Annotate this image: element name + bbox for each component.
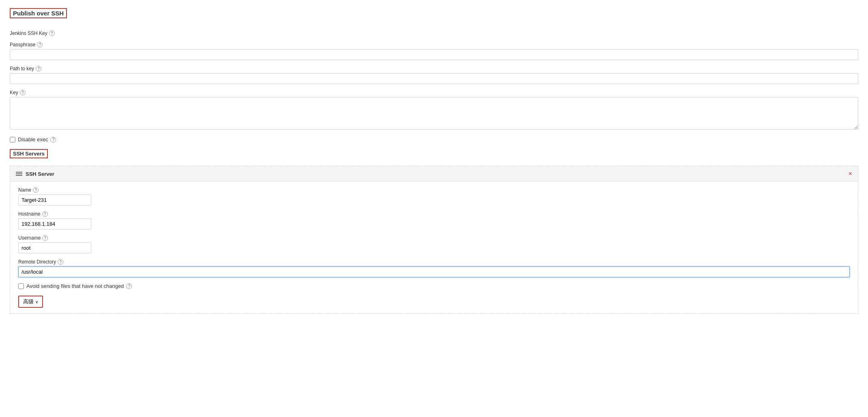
key-textarea[interactable] [10,97,858,130]
ssh-server-block: SSH Server × Name ? Hostname [10,166,858,313]
jenkins-ssh-key-help-icon[interactable]: ? [49,30,55,36]
advanced-chevron-icon: ∨ [35,300,38,304]
ssh-server-header-title: SSH Server [26,171,54,177]
disable-exec-checkbox[interactable] [10,137,15,143]
ssh-servers-title: SSH Servers [10,149,48,158]
ssh-server-body: Name ? Hostname ? Username [10,181,858,313]
server-username-help-icon[interactable]: ? [42,235,48,241]
ssh-server-header: SSH Server × [10,166,858,181]
disable-exec-help-icon[interactable]: ? [50,137,56,143]
advanced-button-label: 高级 [23,298,34,305]
passphrase-help-icon[interactable]: ? [37,42,43,48]
server-name-help-icon[interactable]: ? [33,187,39,193]
server-username-label: Username ? [18,235,850,241]
avoid-sending-help-icon[interactable]: ? [126,283,132,289]
passphrase-input[interactable] [10,49,858,60]
path-to-key-input[interactable] [10,73,858,84]
remote-directory-label: Remote Directory ? [18,259,850,265]
passphrase-label: Passphrase ? [10,42,858,48]
jenkins-ssh-key-label: Jenkins SSH Key ? [10,30,858,36]
server-hostname-label: Hostname ? [18,211,850,217]
advanced-button[interactable]: 高级 ∨ [18,296,43,308]
disable-exec-label: Disable exec [18,136,48,143]
ssh-servers-section: SSH Server × Name ? Hostname [10,166,858,314]
path-to-key-help-icon[interactable]: ? [36,66,41,71]
ssh-server-header-left: SSH Server [16,171,54,177]
server-hostname-input[interactable] [18,218,91,229]
avoid-sending-label: Avoid sending files that have not change… [26,283,124,289]
drag-handle-icon[interactable] [16,172,22,176]
server-name-input[interactable] [18,194,91,205]
server-hostname-help-icon[interactable]: ? [42,211,48,217]
disable-exec-row: Disable exec ? [10,136,858,143]
key-help-icon[interactable]: ? [20,90,26,95]
remote-directory-input[interactable] [18,266,850,277]
key-label: Key ? [10,90,858,95]
server-username-input[interactable] [18,242,91,253]
avoid-sending-row: Avoid sending files that have not change… [18,283,850,289]
page-title: Publish over SSH [10,8,67,18]
avoid-sending-checkbox[interactable] [18,283,24,289]
remote-directory-help-icon[interactable]: ? [58,259,63,265]
server-name-label: Name ? [18,187,850,193]
path-to-key-label: Path to key ? [10,66,858,71]
ssh-server-close-icon[interactable]: × [849,171,852,177]
